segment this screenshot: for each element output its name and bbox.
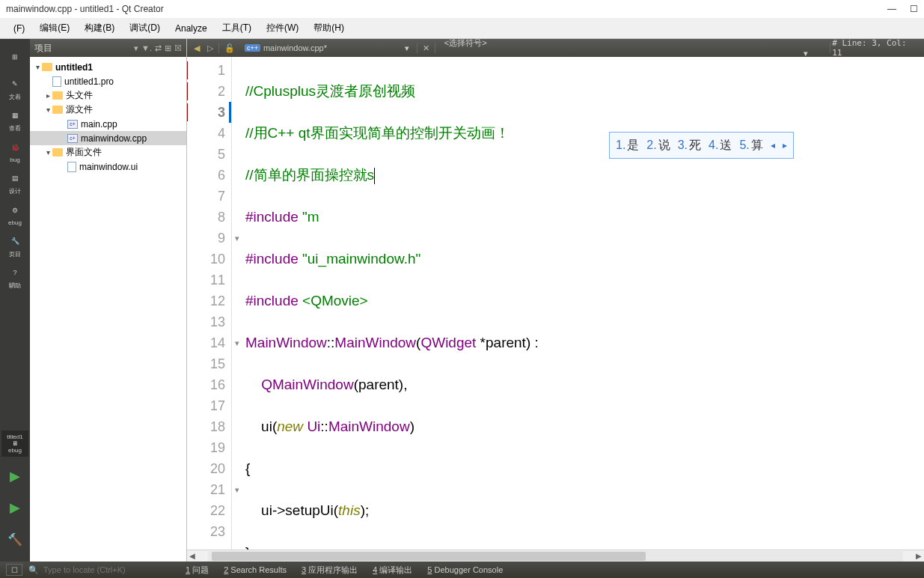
line-number-gutter[interactable]: 1 2 3 4 5 6 7 8 9 10 11 12 13 14 15 16 1…	[187, 57, 232, 550]
status-bar: ☐ 🔍 1 问题 2 Search Results 3 应用程序输出 4 编译输…	[0, 562, 924, 578]
project-panel: 项目 ▾ ▼. ⇄ ⊞ ☒ ▾ untitled1 untitled1.pro …	[30, 39, 187, 562]
ime-prev-icon[interactable]: ◂	[771, 135, 775, 156]
fold-toggle-icon[interactable]: ▾	[232, 228, 242, 249]
text-cursor	[374, 168, 375, 184]
ime-candidate[interactable]: 2.说	[646, 135, 670, 156]
menu-file[interactable]: (F)	[6, 20, 32, 37]
link-icon[interactable]: ⇄	[155, 43, 162, 53]
scroll-left-icon[interactable]: ◀	[187, 552, 198, 560]
mode-edit[interactable]: ✎文着	[3, 73, 27, 103]
menu-help[interactable]: 帮助(H)	[306, 19, 352, 37]
window-title: mainwindow.cpp - untitled1 - Qt Creator	[6, 4, 164, 14]
status-issues[interactable]: 1 问题	[178, 565, 216, 576]
nav-forward-button[interactable]: ▷	[204, 42, 217, 55]
build-button[interactable]: 🔨	[3, 524, 27, 554]
tree-forms-folder[interactable]: ▾ 界面文件	[30, 145, 186, 159]
fold-gutter[interactable]: ▾ ▾ ▾	[232, 57, 242, 550]
locator[interactable]: 🔍	[28, 565, 178, 575]
status-debugger-console[interactable]: 5 Debugger Console	[420, 565, 510, 574]
project-tree[interactable]: ▾ untitled1 untitled1.pro ▸ 头文件 ▾ 源文件 c+…	[30, 57, 186, 562]
tree-mainwindow-cpp[interactable]: c+ mainwindow.cpp	[30, 131, 186, 145]
fold-toggle-icon[interactable]: ▾	[232, 479, 242, 500]
cursor-position: # Line: 3, Col: 11	[832, 39, 921, 58]
mode-tools[interactable]: 🔧页目	[3, 231, 27, 261]
fold-toggle-icon[interactable]: ▾	[232, 332, 242, 353]
status-app-output[interactable]: 3 应用程序输出	[294, 565, 365, 576]
menu-debug[interactable]: 调试(D)	[122, 19, 168, 37]
minimize-button[interactable]: —	[887, 4, 896, 14]
menu-bar: (F) 编辑(E) 构建(B) 调试(D) Analyze 工具(T) 控件(W…	[0, 18, 924, 39]
close-file-button[interactable]: ✕	[419, 42, 433, 55]
mode-help[interactable]: ?駟助	[3, 262, 27, 292]
editor-area: ◀ ▷ 🔓 c++ mainwindow.cpp* ▾ ✕ <选择符号> ▾ #…	[187, 39, 924, 562]
horizontal-scrollbar[interactable]: ◀ ▶	[187, 550, 924, 562]
menu-build[interactable]: 构建(B)	[77, 19, 122, 37]
close-panel-icon[interactable]: ☒	[174, 43, 182, 53]
dropdown-icon[interactable]: ▾	[134, 43, 138, 53]
target-selector[interactable]: titled1 🖥 ebug	[1, 431, 28, 457]
mode-debug2[interactable]: ⚙ebug	[3, 199, 27, 229]
ime-candidate[interactable]: 4.送	[709, 135, 732, 156]
menu-tools[interactable]: 工具(T)	[215, 19, 259, 37]
status-compile-output[interactable]: 4 编译输出	[365, 565, 420, 576]
mode-welcome[interactable]: ⊞	[3, 42, 27, 72]
project-panel-header: 项目 ▾ ▼. ⇄ ⊞ ☒	[30, 39, 186, 57]
code-editor[interactable]: //Cplusplus灵渡者原创视频 //用C++ qt界面实现简单的控制开关动…	[242, 57, 924, 550]
ime-candidate[interactable]: 3.死	[678, 135, 701, 156]
mode-design[interactable]: ▦查看	[3, 105, 27, 135]
ime-candidate[interactable]: 5.算	[739, 135, 762, 156]
debug-run-button[interactable]: ▶	[3, 493, 27, 523]
mode-debug[interactable]: 🐞bug	[3, 136, 27, 166]
menu-analyze[interactable]: Analyze	[168, 20, 215, 37]
scrollbar-thumb[interactable]	[212, 552, 646, 561]
tree-project-root[interactable]: ▾ untitled1	[30, 60, 186, 74]
run-button[interactable]: ▶	[3, 461, 27, 491]
lock-icon[interactable]: 🔓	[221, 42, 239, 55]
title-bar: mainwindow.cpp - untitled1 - Qt Creator …	[0, 0, 924, 18]
nav-back-button[interactable]: ◀	[190, 42, 204, 55]
split-icon[interactable]: ⊞	[165, 43, 171, 53]
ime-next-icon[interactable]: ▸	[783, 135, 787, 156]
filter-icon[interactable]: ▼.	[141, 43, 152, 52]
tree-headers-folder[interactable]: ▸ 头文件	[30, 88, 186, 103]
output-toggle-button[interactable]: ☐	[6, 564, 22, 576]
search-icon: 🔍	[28, 565, 39, 575]
mode-sidebar: ⊞ ✎文着 ▦查看 🐞bug ▤设计 ⚙ebug 🔧页目 ?駟助 titled1…	[0, 39, 30, 562]
locator-input[interactable]	[43, 565, 171, 574]
menu-edit[interactable]: 编辑(E)	[32, 19, 77, 37]
open-file-dropdown[interactable]: c++ mainwindow.cpp* ▾	[239, 42, 415, 55]
tree-sources-folder[interactable]: ▾ 源文件	[30, 103, 186, 117]
maximize-button[interactable]: ☐	[910, 4, 918, 14]
status-search-results[interactable]: 2 Search Results	[216, 565, 294, 574]
scroll-right-icon[interactable]: ▶	[914, 552, 924, 560]
tree-mainwindow-ui[interactable]: mainwindow.ui	[30, 159, 186, 174]
ime-candidate[interactable]: 1.是	[616, 135, 639, 156]
project-panel-title: 项目	[34, 42, 52, 55]
menu-widgets[interactable]: 控件(W)	[259, 19, 306, 37]
editor-toolbar: ◀ ▷ 🔓 c++ mainwindow.cpp* ▾ ✕ <选择符号> ▾ #…	[187, 39, 924, 57]
ime-candidate-popup[interactable]: 1.是 2.说 3.死 4.送 5.算 ◂ ▸	[609, 132, 794, 159]
mode-projects[interactable]: ▤设计	[3, 168, 27, 198]
tree-main-cpp[interactable]: c+ main.cpp	[30, 117, 186, 131]
tree-pro-file[interactable]: untitled1.pro	[30, 74, 186, 88]
